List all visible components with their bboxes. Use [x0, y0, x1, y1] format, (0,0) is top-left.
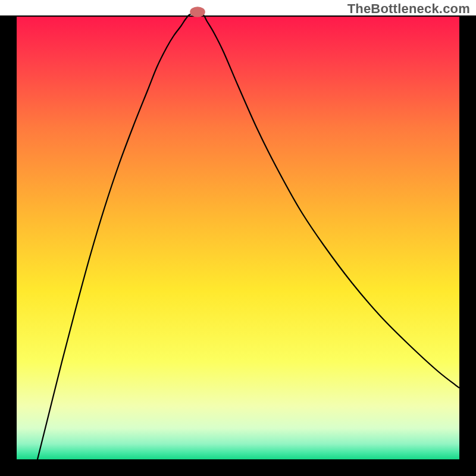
optimum-marker: [190, 7, 205, 17]
watermark-text: TheBottleneck.com: [347, 1, 470, 17]
bottleneck-chart: [0, 0, 476, 476]
chart-gradient-background: [17, 17, 459, 459]
chart-container: TheBottleneck.com: [0, 0, 476, 476]
